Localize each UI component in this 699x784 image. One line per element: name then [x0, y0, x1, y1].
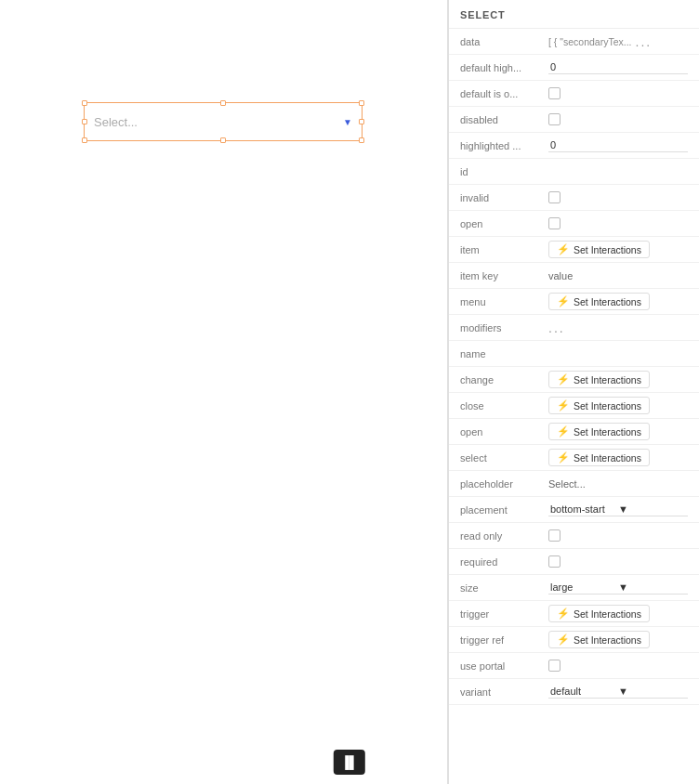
prop-checkbox[interactable]: [548, 113, 561, 125]
resize-handle-bl[interactable]: [82, 137, 87, 143]
prop-label: close: [460, 400, 548, 412]
prop-row: invalid: [449, 185, 699, 211]
resize-handle-bc[interactable]: [220, 137, 226, 143]
prop-row: variantdefault▼: [449, 679, 699, 705]
prop-row: open⚡Set Interactions: [449, 419, 699, 445]
resize-handle-ml[interactable]: [82, 119, 87, 124]
prop-label: name: [460, 348, 548, 359]
prop-row: highlighted ...: [449, 133, 699, 159]
set-interactions-button[interactable]: ⚡Set Interactions: [548, 371, 650, 388]
prop-text-input[interactable]: [548, 138, 688, 152]
prop-value: ⚡Set Interactions: [548, 631, 688, 648]
more-options-btn[interactable]: ...: [636, 34, 653, 49]
prop-label: open: [460, 426, 548, 438]
prop-row: read only: [449, 523, 699, 549]
prop-dropdown[interactable]: large▼: [548, 581, 688, 595]
prop-value: value: [548, 270, 688, 281]
resize-handle-tl[interactable]: [82, 100, 87, 106]
prop-label: invalid: [460, 192, 548, 203]
set-interactions-button[interactable]: ⚡Set Interactions: [548, 397, 650, 414]
prop-row: data[ { "secondaryTex......: [449, 29, 699, 55]
panel-title: SELECT: [449, 0, 699, 29]
dropdown-value: default: [550, 686, 618, 697]
prop-row: use portal: [449, 653, 699, 679]
prop-value: [548, 87, 688, 99]
prop-value: ⚡Set Interactions: [548, 293, 688, 310]
select-component[interactable]: Select... ▼: [84, 102, 363, 141]
prop-label: placement: [460, 504, 548, 516]
prop-value: [548, 138, 688, 152]
prop-label: default high...: [460, 62, 548, 73]
prop-value: ⚡Set Interactions: [548, 605, 688, 622]
prop-label: modifiers: [460, 322, 548, 333]
prop-checkbox[interactable]: [548, 529, 561, 542]
more-options-btn[interactable]: ...: [548, 320, 565, 335]
dropdown-chevron-icon: ▼: [618, 686, 686, 697]
prop-label: variant: [460, 686, 548, 698]
prop-value: ⚡Set Interactions: [548, 449, 688, 466]
dropdown-chevron-icon: ▼: [618, 581, 686, 593]
prop-value: bottom-start▼: [548, 503, 688, 516]
prop-checkbox[interactable]: [548, 191, 561, 203]
resize-handle-br[interactable]: [359, 137, 364, 143]
bolt-icon: ⚡: [557, 399, 570, 412]
prop-dropdown[interactable]: default▼: [548, 685, 688, 699]
prop-label: item key: [460, 270, 548, 281]
interactions-label: Set Interactions: [574, 244, 641, 255]
prop-value: default▼: [548, 685, 688, 699]
prop-row: trigger⚡Set Interactions: [449, 601, 699, 627]
prop-value: [548, 217, 688, 229]
prop-dropdown[interactable]: bottom-start▼: [548, 503, 688, 516]
prop-row: close⚡Set Interactions: [449, 393, 699, 419]
dropdown-arrow-icon: ▼: [343, 117, 352, 127]
prop-value: ...: [548, 320, 688, 335]
set-interactions-button[interactable]: ⚡Set Interactions: [548, 293, 650, 310]
prop-value: [548, 60, 688, 74]
prop-checkbox[interactable]: [548, 87, 561, 99]
prop-row: select⚡Set Interactions: [449, 445, 699, 471]
prop-value: [548, 191, 688, 203]
prop-row: change⚡Set Interactions: [449, 367, 699, 393]
prop-label: id: [460, 166, 548, 177]
interactions-label: Set Interactions: [574, 426, 641, 438]
prop-row: placementbottom-start▼: [449, 497, 699, 523]
prop-label: highlighted ...: [460, 140, 548, 151]
bolt-icon: ⚡: [557, 634, 570, 646]
prop-text-input[interactable]: [548, 60, 688, 74]
prop-row: placeholderSelect...: [449, 471, 699, 497]
prop-label: read only: [460, 530, 548, 542]
prop-label: required: [460, 556, 548, 568]
set-interactions-button[interactable]: ⚡Set Interactions: [548, 631, 650, 648]
prop-label: placeholder: [460, 478, 548, 490]
prop-label: trigger: [460, 608, 548, 620]
set-interactions-button[interactable]: ⚡Set Interactions: [548, 241, 650, 258]
prop-row: trigger ref⚡Set Interactions: [449, 627, 699, 653]
resize-handle-mr[interactable]: [359, 119, 364, 124]
prop-label: item: [460, 244, 548, 255]
bolt-icon: ⚡: [557, 451, 570, 464]
properties-panel: SELECT data[ { "secondaryTex......defaul…: [448, 0, 699, 784]
prop-checkbox[interactable]: [548, 555, 561, 568]
prop-label: change: [460, 374, 548, 385]
prop-row: menu⚡Set Interactions: [449, 289, 699, 315]
prop-value: [548, 660, 688, 672]
set-interactions-button[interactable]: ⚡Set Interactions: [548, 423, 650, 440]
set-interactions-button[interactable]: ⚡Set Interactions: [548, 605, 650, 622]
prop-label: trigger ref: [460, 634, 548, 646]
prop-label: use portal: [460, 660, 548, 672]
interactions-label: Set Interactions: [574, 634, 641, 646]
set-interactions-button[interactable]: ⚡Set Interactions: [548, 449, 650, 466]
prop-value: [ { "secondaryTex......: [548, 34, 688, 49]
prop-checkbox[interactable]: [548, 660, 561, 672]
prop-label: default is o...: [460, 88, 548, 99]
interactions-label: Set Interactions: [574, 452, 641, 464]
prop-value: large▼: [548, 581, 688, 595]
bolt-icon: ⚡: [557, 373, 570, 385]
prop-checkbox[interactable]: [548, 217, 561, 229]
resize-handle-tc[interactable]: [220, 100, 226, 106]
prop-row: default high...: [449, 55, 699, 81]
prop-row: id: [449, 159, 699, 185]
resize-handle-tr[interactable]: [359, 100, 364, 106]
dropdown-value: large: [550, 581, 618, 593]
prop-value: [548, 529, 688, 542]
